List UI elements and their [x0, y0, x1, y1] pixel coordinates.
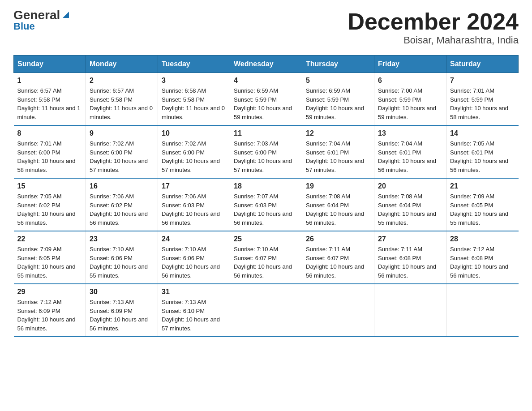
day-info: Sunrise: 6:59 AMSunset: 5:59 PMDaylight:…: [306, 87, 364, 120]
header-sunday: Sunday: [14, 56, 86, 73]
calendar-cell: 9 Sunrise: 7:02 AMSunset: 6:00 PMDayligh…: [86, 125, 158, 178]
day-number: 4: [234, 77, 298, 85]
calendar-title-block: December 2024 Boisar, Maharashtra, India: [348, 9, 519, 46]
day-number: 25: [234, 235, 298, 243]
calendar-cell: 28 Sunrise: 7:12 AMSunset: 6:08 PMDaylig…: [446, 231, 519, 284]
day-info: Sunrise: 7:02 AMSunset: 6:00 PMDaylight:…: [162, 140, 220, 173]
day-number: 29: [17, 288, 82, 296]
day-info: Sunrise: 7:06 AMSunset: 6:02 PMDaylight:…: [90, 193, 148, 226]
calendar-cell: 27 Sunrise: 7:11 AMSunset: 6:08 PMDaylig…: [374, 231, 446, 284]
day-number: 8: [17, 129, 82, 137]
day-info: Sunrise: 7:05 AMSunset: 6:01 PMDaylight:…: [450, 140, 508, 173]
calendar-cell: 16 Sunrise: 7:06 AMSunset: 6:02 PMDaylig…: [86, 178, 158, 231]
day-number: 13: [378, 129, 442, 137]
day-info: Sunrise: 7:07 AMSunset: 6:03 PMDaylight:…: [234, 193, 292, 226]
day-number: 30: [90, 288, 154, 296]
calendar-cell: 26 Sunrise: 7:11 AMSunset: 6:07 PMDaylig…: [302, 231, 374, 284]
day-number: 9: [90, 129, 154, 137]
day-number: 22: [17, 235, 82, 243]
day-info: Sunrise: 7:11 AMSunset: 6:07 PMDaylight:…: [306, 246, 364, 279]
calendar-cell: 3 Sunrise: 6:58 AMSunset: 5:58 PMDayligh…: [158, 73, 230, 126]
day-number: 16: [90, 182, 154, 190]
calendar-title: December 2024: [348, 9, 519, 34]
day-info: Sunrise: 7:13 AMSunset: 6:10 PMDaylight:…: [162, 299, 220, 332]
day-number: 24: [162, 235, 226, 243]
calendar-cell: 29 Sunrise: 7:12 AMSunset: 6:09 PMDaylig…: [14, 284, 86, 337]
calendar-week-row: 15 Sunrise: 7:05 AMSunset: 6:02 PMDaylig…: [14, 178, 519, 231]
day-number: 17: [162, 182, 226, 190]
day-info: Sunrise: 7:10 AMSunset: 6:07 PMDaylight:…: [234, 246, 292, 279]
day-info: Sunrise: 7:05 AMSunset: 6:02 PMDaylight:…: [17, 193, 76, 226]
day-number: 21: [450, 182, 515, 190]
header-wednesday: Wednesday: [230, 56, 302, 73]
calendar-cell: 6 Sunrise: 7:00 AMSunset: 5:59 PMDayligh…: [374, 73, 446, 126]
day-info: Sunrise: 7:01 AMSunset: 6:00 PMDaylight:…: [17, 140, 76, 173]
calendar-cell: 19 Sunrise: 7:08 AMSunset: 6:04 PMDaylig…: [302, 178, 374, 231]
calendar-cell: [230, 284, 302, 337]
calendar-week-row: 22 Sunrise: 7:09 AMSunset: 6:05 PMDaylig…: [14, 231, 519, 284]
day-number: 11: [234, 129, 298, 137]
day-number: 31: [162, 288, 226, 296]
calendar-cell: 15 Sunrise: 7:05 AMSunset: 6:02 PMDaylig…: [14, 178, 86, 231]
day-number: 14: [450, 129, 515, 137]
day-info: Sunrise: 6:57 AMSunset: 5:58 PMDaylight:…: [17, 87, 81, 120]
calendar-cell: 2 Sunrise: 6:57 AMSunset: 5:58 PMDayligh…: [86, 73, 158, 126]
day-info: Sunrise: 7:02 AMSunset: 6:00 PMDaylight:…: [90, 140, 148, 173]
calendar-cell: 23 Sunrise: 7:10 AMSunset: 6:06 PMDaylig…: [86, 231, 158, 284]
day-number: 20: [378, 182, 442, 190]
logo-general-text: General: [13, 9, 60, 21]
calendar-cell: 31 Sunrise: 7:13 AMSunset: 6:10 PMDaylig…: [158, 284, 230, 337]
day-number: 5: [306, 77, 370, 85]
day-number: 27: [378, 235, 442, 243]
header-thursday: Thursday: [302, 56, 374, 73]
day-number: 12: [306, 129, 370, 137]
calendar-cell: 1 Sunrise: 6:57 AMSunset: 5:58 PMDayligh…: [14, 73, 86, 126]
calendar-week-row: 1 Sunrise: 6:57 AMSunset: 5:58 PMDayligh…: [14, 73, 519, 126]
calendar-cell: 30 Sunrise: 7:13 AMSunset: 6:09 PMDaylig…: [86, 284, 158, 337]
calendar-cell: 22 Sunrise: 7:09 AMSunset: 6:05 PMDaylig…: [14, 231, 86, 284]
calendar-cell: 25 Sunrise: 7:10 AMSunset: 6:07 PMDaylig…: [230, 231, 302, 284]
day-number: 28: [450, 235, 515, 243]
day-info: Sunrise: 7:00 AMSunset: 5:59 PMDaylight:…: [378, 87, 436, 120]
day-number: 1: [17, 77, 82, 85]
calendar-cell: 24 Sunrise: 7:10 AMSunset: 6:06 PMDaylig…: [158, 231, 230, 284]
day-info: Sunrise: 7:01 AMSunset: 5:59 PMDaylight:…: [450, 87, 508, 120]
day-info: Sunrise: 7:12 AMSunset: 6:09 PMDaylight:…: [17, 299, 76, 332]
day-info: Sunrise: 7:10 AMSunset: 6:06 PMDaylight:…: [90, 246, 148, 279]
calendar-cell: 5 Sunrise: 6:59 AMSunset: 5:59 PMDayligh…: [302, 73, 374, 126]
day-number: 7: [450, 77, 515, 85]
calendar-cell: 14 Sunrise: 7:05 AMSunset: 6:01 PMDaylig…: [446, 125, 519, 178]
day-number: 2: [90, 77, 154, 85]
logo: General Blue: [13, 9, 71, 32]
calendar-header-row: Sunday Monday Tuesday Wednesday Thursday…: [14, 56, 519, 73]
header-friday: Friday: [374, 56, 446, 73]
calendar-cell: [446, 284, 519, 337]
calendar-cell: 7 Sunrise: 7:01 AMSunset: 5:59 PMDayligh…: [446, 73, 519, 126]
day-info: Sunrise: 7:10 AMSunset: 6:06 PMDaylight:…: [162, 246, 220, 279]
day-info: Sunrise: 7:03 AMSunset: 6:00 PMDaylight:…: [234, 140, 292, 173]
day-info: Sunrise: 7:09 AMSunset: 6:05 PMDaylight:…: [17, 246, 76, 279]
header-tuesday: Tuesday: [158, 56, 230, 73]
day-number: 19: [306, 182, 370, 190]
day-info: Sunrise: 6:57 AMSunset: 5:58 PMDaylight:…: [90, 87, 153, 120]
logo-triangle-icon: [61, 10, 71, 20]
day-info: Sunrise: 6:59 AMSunset: 5:59 PMDaylight:…: [234, 87, 292, 120]
calendar-week-row: 8 Sunrise: 7:01 AMSunset: 6:00 PMDayligh…: [14, 125, 519, 178]
day-info: Sunrise: 7:13 AMSunset: 6:09 PMDaylight:…: [90, 299, 148, 332]
calendar-cell: 13 Sunrise: 7:04 AMSunset: 6:01 PMDaylig…: [374, 125, 446, 178]
day-info: Sunrise: 7:11 AMSunset: 6:08 PMDaylight:…: [378, 246, 436, 279]
day-info: Sunrise: 7:04 AMSunset: 6:01 PMDaylight:…: [378, 140, 436, 173]
calendar-week-row: 29 Sunrise: 7:12 AMSunset: 6:09 PMDaylig…: [14, 284, 519, 337]
day-info: Sunrise: 7:04 AMSunset: 6:01 PMDaylight:…: [306, 140, 364, 173]
logo-blue-text: Blue: [13, 21, 35, 32]
calendar-cell: [374, 284, 446, 337]
day-info: Sunrise: 7:12 AMSunset: 6:08 PMDaylight:…: [450, 246, 508, 279]
calendar-cell: 17 Sunrise: 7:06 AMSunset: 6:03 PMDaylig…: [158, 178, 230, 231]
day-info: Sunrise: 6:58 AMSunset: 5:58 PMDaylight:…: [162, 87, 225, 120]
svg-marker-0: [63, 12, 69, 18]
calendar-subtitle: Boisar, Maharashtra, India: [348, 34, 519, 46]
calendar-cell: 12 Sunrise: 7:04 AMSunset: 6:01 PMDaylig…: [302, 125, 374, 178]
day-number: 3: [162, 77, 226, 85]
calendar-cell: 18 Sunrise: 7:07 AMSunset: 6:03 PMDaylig…: [230, 178, 302, 231]
day-number: 18: [234, 182, 298, 190]
